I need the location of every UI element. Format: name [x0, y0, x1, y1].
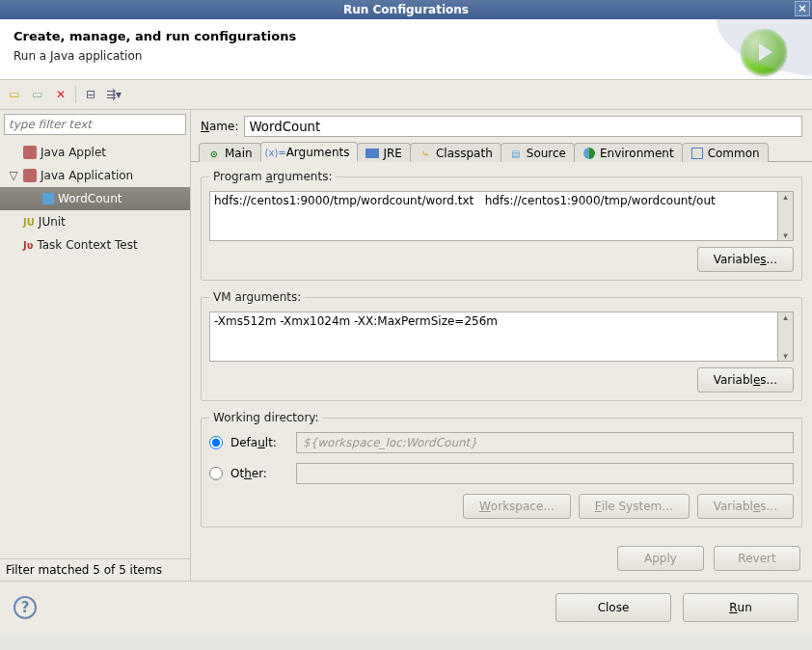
tab-label: Environment	[600, 147, 674, 160]
working-directory-group: Working directory: Default: ${workspace_…	[201, 411, 802, 528]
tab-label: Classpath	[436, 147, 493, 160]
name-label: Name:	[201, 120, 238, 133]
config-tree[interactable]: Java Applet ▽ Java Application WordCount…	[0, 139, 190, 558]
program-arguments-input[interactable]	[209, 191, 778, 241]
default-dir-radio[interactable]	[209, 436, 223, 449]
revert-button[interactable]: Revert	[714, 546, 800, 571]
source-icon: ▤	[509, 147, 523, 160]
tab-classpath[interactable]: ⤷Classpath	[410, 143, 501, 162]
dialog-header: Create, manage, and run configurations R…	[0, 19, 812, 79]
apply-button[interactable]: Apply	[617, 546, 704, 571]
window-close-icon[interactable]: ✕	[795, 1, 810, 16]
tree-label: Java Application	[41, 169, 133, 182]
tab-arguments[interactable]: (x)=Arguments	[260, 142, 359, 162]
tab-label: Common	[708, 147, 760, 160]
toolbar-separator	[75, 86, 76, 103]
tab-common[interactable]: Common	[682, 143, 769, 162]
tab-label: Arguments	[286, 146, 350, 159]
scroll-down-icon[interactable]: ▾	[783, 230, 788, 240]
run-icon	[741, 29, 787, 75]
tree-item-java-application[interactable]: ▽ Java Application	[0, 164, 190, 187]
new-config-button[interactable]: ▭	[4, 84, 25, 105]
java-application-icon	[23, 169, 37, 182]
apply-revert-row: Apply Revert	[191, 536, 812, 581]
window-title: Run Configurations	[343, 3, 469, 16]
collapse-all-button[interactable]: ⊟	[80, 84, 101, 105]
tab-bar: ⊙Main (x)=Arguments JRE ⤷Classpath ▤Sour…	[191, 141, 812, 162]
sidebar: Java Applet ▽ Java Application WordCount…	[0, 110, 191, 581]
tree-label: Java Applet	[41, 146, 106, 159]
other-dir-label: Other:	[230, 467, 288, 480]
config-toolbar: ▭ ▭ ✕ ⊟ ⇶▾	[0, 79, 812, 110]
main-icon: ⊙	[207, 147, 221, 160]
filter-button[interactable]: ⇶▾	[103, 84, 124, 105]
environment-icon	[582, 147, 596, 160]
workingdir-variables-button[interactable]: Variables...	[697, 494, 794, 519]
junit-icon: JU	[23, 217, 35, 228]
task-context-icon: Jʋ	[23, 240, 33, 251]
other-dir-field	[296, 463, 794, 484]
tree-label: Task Context Test	[37, 238, 137, 252]
config-panel: Name: ⊙Main (x)=Arguments JRE ⤷Classpath…	[191, 110, 812, 581]
filter-input[interactable]	[4, 114, 186, 135]
tab-label: Source	[527, 147, 566, 160]
arguments-icon: (x)=	[269, 146, 283, 159]
expander-icon[interactable]: ▽	[8, 169, 19, 182]
tab-main[interactable]: ⊙Main	[199, 143, 261, 162]
dialog-subheading: Run a Java application	[14, 49, 741, 63]
vm-arguments-legend: VM arguments:	[209, 290, 305, 304]
tree-item-junit[interactable]: JU JUnit	[0, 210, 190, 233]
program-arguments-group: Program arguments: ▴▾ Variables...	[201, 170, 802, 281]
tab-content-arguments: Program arguments: ▴▾ Variables... VM ar…	[191, 162, 812, 536]
run-button[interactable]: Run	[683, 593, 798, 622]
duplicate-config-button[interactable]: ▭	[27, 84, 48, 105]
vm-arguments-group: VM arguments: ▴▾ Variables...	[201, 290, 802, 401]
tree-item-task-context-test[interactable]: Jʋ Task Context Test	[0, 233, 190, 257]
scroll-up-icon[interactable]: ▴	[783, 192, 788, 202]
scroll-up-icon[interactable]: ▴	[783, 312, 788, 322]
close-button[interactable]: Close	[555, 593, 671, 622]
tab-label: Main	[225, 147, 253, 160]
name-input[interactable]	[244, 116, 802, 137]
tree-label: WordCount	[58, 192, 122, 205]
tab-environment[interactable]: Environment	[574, 143, 683, 162]
common-icon	[690, 147, 704, 160]
default-dir-label: Default:	[230, 436, 288, 449]
tree-item-java-applet[interactable]: Java Applet	[0, 141, 190, 164]
workspace-button[interactable]: Workspace...	[463, 494, 571, 519]
filter-status: Filter matched 5 of 5 items	[0, 558, 190, 581]
jre-icon	[365, 147, 379, 160]
help-icon[interactable]: ?	[14, 596, 37, 619]
tab-source[interactable]: ▤Source	[501, 143, 575, 162]
tab-label: JRE	[383, 147, 401, 160]
launch-config-icon	[42, 193, 54, 204]
program-arguments-legend: Program arguments:	[209, 170, 336, 183]
vm-variables-button[interactable]: Variables...	[697, 367, 794, 393]
file-system-button[interactable]: File System...	[579, 494, 690, 519]
program-variables-button[interactable]: Variables...	[697, 247, 794, 272]
window-titlebar: Run Configurations ✕	[0, 0, 812, 19]
classpath-icon: ⤷	[419, 147, 432, 160]
scrollbar[interactable]: ▴▾	[778, 311, 794, 362]
dialog-heading: Create, manage, and run configurations	[14, 29, 741, 43]
tree-item-wordcount[interactable]: WordCount	[0, 187, 190, 210]
working-directory-legend: Working directory:	[209, 411, 323, 424]
delete-config-button[interactable]: ✕	[50, 84, 71, 105]
dialog-footer: ? Close Run	[0, 581, 812, 634]
java-applet-icon	[23, 146, 37, 159]
other-dir-radio[interactable]	[209, 467, 223, 480]
scrollbar[interactable]: ▴▾	[778, 191, 794, 241]
vm-arguments-input[interactable]	[209, 311, 778, 362]
tree-label: JUnit	[39, 215, 66, 229]
tab-jre[interactable]: JRE	[357, 143, 410, 162]
default-dir-field: ${workspace_loc:WordCount}	[296, 432, 794, 453]
scroll-down-icon[interactable]: ▾	[783, 351, 788, 361]
